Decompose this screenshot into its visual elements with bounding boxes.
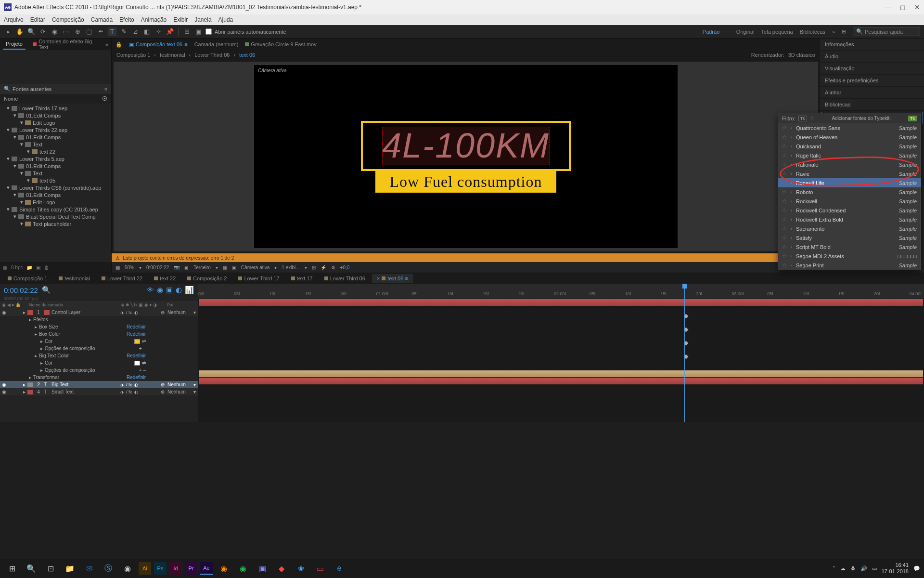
- font-option[interactable]: ☆›RationaleSample: [778, 160, 921, 169]
- guides-icon[interactable]: ▣: [232, 265, 236, 270]
- menu-janela[interactable]: Janela: [194, 16, 211, 23]
- snap-icon[interactable]: ▣: [194, 27, 203, 36]
- new-comp-icon[interactable]: ▣: [36, 265, 40, 270]
- timeline-layer-row[interactable]: ▸Cor⇄: [0, 359, 198, 367]
- workspace-default[interactable]: Padrão: [703, 29, 719, 35]
- timeline-tab[interactable]: × text 06 ≡: [372, 274, 413, 283]
- workspace-libraries[interactable]: Bibliotecas: [800, 29, 825, 35]
- tree-item[interactable]: ▾01.Edit Comps: [0, 133, 111, 141]
- tree-item[interactable]: ▾text 05: [0, 177, 111, 184]
- expression-error-bar[interactable]: ⚠ Este projeto contém erros de expressão…: [112, 253, 820, 262]
- tray-volume-icon[interactable]: 🔊: [860, 565, 867, 572]
- star-icon[interactable]: ☆: [782, 198, 787, 204]
- current-time[interactable]: 0:00:02:22: [4, 286, 38, 294]
- star-icon[interactable]: ☆: [782, 235, 787, 241]
- eraser-tool[interactable]: ◧: [142, 27, 151, 36]
- notification-icon[interactable]: 💬: [913, 565, 920, 572]
- tree-item[interactable]: ▾Text placeholder: [0, 220, 111, 227]
- font-option[interactable]: ☆›QuicksandSample: [778, 142, 921, 151]
- tree-item[interactable]: ▾Text: [0, 141, 111, 148]
- illustrator-icon[interactable]: Ai: [139, 562, 151, 575]
- type-tool[interactable]: T: [108, 27, 116, 36]
- tree-item[interactable]: ▾Lower Thirds 5.aep: [0, 155, 111, 162]
- crumb-0[interactable]: Composição 1: [116, 52, 150, 58]
- tree-item[interactable]: ▾Blast Special Deal Text Comp: [0, 213, 111, 220]
- draft3d-icon[interactable]: ◉: [157, 286, 163, 294]
- local-axis-icon[interactable]: ⊞: [182, 27, 191, 36]
- crumb-1[interactable]: testimonial: [160, 52, 185, 58]
- timeline-layer-row[interactable]: ▸Box SizeRedefinir: [0, 323, 198, 330]
- tree-item[interactable]: ▾Lower Thirds 22.aep: [0, 126, 111, 133]
- timeline-tab[interactable]: Lower Third 06: [320, 274, 370, 283]
- tree-item[interactable]: ▾Edit Logo: [0, 119, 111, 126]
- camera-tool[interactable]: ▭: [62, 27, 70, 36]
- snapshot-icon[interactable]: 📷: [174, 265, 180, 270]
- big-text[interactable]: 4L-100KM: [363, 123, 569, 169]
- column-name[interactable]: Nome: [4, 96, 18, 102]
- layer-bar-2[interactable]: [199, 370, 923, 377]
- timeline-layer-row[interactable]: ▸Opções de composição+ –: [0, 367, 198, 374]
- workspace-menu-icon[interactable]: ≡: [726, 29, 729, 35]
- time-ruler[interactable]: 00f05f10f15f20f01:00f05f10f15f20f02:00f0…: [198, 284, 924, 299]
- tray-lang-icon[interactable]: ▭: [872, 565, 877, 572]
- timeline-layer-row[interactable]: ▸Box ColorRedefinir: [0, 330, 198, 338]
- clone-tool[interactable]: ⊿: [131, 27, 140, 36]
- blender-icon[interactable]: ◉: [216, 561, 232, 576]
- sync-icon[interactable]: ⊞: [842, 28, 846, 35]
- close-icon[interactable]: ×: [104, 86, 107, 92]
- skype-icon[interactable]: Ⓢ: [100, 561, 116, 576]
- viewport[interactable]: Câmera ativa 4L-100KM Low Fuel consumpti…: [114, 62, 818, 251]
- timeline-layer-row[interactable]: ◉ ▸4TSmall Text⬗ / fx ◐⊚Nenhum▾: [0, 388, 198, 395]
- panel-preview[interactable]: Visualização: [820, 63, 924, 75]
- minimize-button[interactable]: —: [885, 3, 891, 11]
- fast-preview-icon[interactable]: ⚡: [321, 265, 326, 270]
- star-icon[interactable]: ☆: [782, 225, 787, 232]
- chrome-icon[interactable]: ◉: [119, 561, 136, 576]
- views-dropdown[interactable]: 1 exibi...: [282, 265, 299, 270]
- frame-blend-icon[interactable]: ▣: [166, 286, 173, 294]
- star-icon[interactable]: ☆: [782, 189, 787, 195]
- selection-tool[interactable]: ▸: [4, 27, 13, 36]
- show-icon[interactable]: ◉: [184, 265, 189, 270]
- star-icon[interactable]: ☆: [782, 125, 787, 131]
- star-icon[interactable]: ☆: [782, 161, 787, 168]
- font-option[interactable]: ☆›Rage ItalicSample: [778, 151, 921, 160]
- star-icon[interactable]: ☆: [782, 180, 787, 186]
- workspace-small[interactable]: Tela pequena: [761, 29, 793, 35]
- gear-icon[interactable]: ⚙: [331, 265, 335, 270]
- timeline-tab[interactable]: text 17: [286, 274, 318, 283]
- font-option[interactable]: ☆›RobotoSample: [778, 187, 921, 197]
- font-option[interactable]: ☆›Quattrocento SansSample: [778, 123, 921, 132]
- clock[interactable]: 16:41 17-01-2018: [882, 562, 909, 575]
- spotify-icon[interactable]: ◉: [235, 561, 251, 576]
- app-icon[interactable]: ◆: [273, 561, 290, 576]
- timeline-tracks[interactable]: 00f05f10f15f20f01:00f05f10f15f20f02:00f0…: [198, 284, 924, 422]
- font-option[interactable]: ☆›Rockwell CondensedSample: [778, 206, 921, 215]
- font-option[interactable]: ☆›RockwellSample: [778, 197, 921, 206]
- zoom-dropdown[interactable]: 50%: [125, 265, 134, 270]
- tray-cloud-icon[interactable]: ☁: [840, 565, 846, 572]
- graph-icon[interactable]: 📊: [185, 286, 194, 294]
- menu-editar[interactable]: Editar: [30, 16, 45, 23]
- star-icon[interactable]: ☆: [782, 207, 787, 213]
- start-button[interactable]: ⊞: [4, 561, 20, 576]
- timeline-tab[interactable]: Lower Third 22: [97, 274, 147, 283]
- timeline-tab[interactable]: Composição 1: [3, 274, 52, 283]
- star-icon[interactable]: ☆: [782, 262, 787, 268]
- pixel-icon[interactable]: ⊞: [312, 265, 316, 270]
- tree-item[interactable]: ▾Simple Titles copy (CC 2013).aep: [0, 206, 111, 213]
- font-option[interactable]: ☆›RavieSample: [778, 169, 921, 178]
- brush-tool[interactable]: ✎: [119, 27, 128, 36]
- panel-libraries[interactable]: Bibliotecas: [820, 99, 924, 111]
- tab-composition[interactable]: ▣Composição text 06≡: [129, 41, 188, 48]
- star-icon[interactable]: ☆: [782, 171, 787, 177]
- timeline-layer-row[interactable]: ▸Big Text ColorRedefinir: [0, 352, 198, 359]
- exposure-value[interactable]: +0,0: [340, 265, 350, 270]
- camera-dropdown[interactable]: Câmera ativa: [241, 265, 270, 270]
- typekit-add-icon[interactable]: Tk: [908, 116, 917, 121]
- overflow-icon[interactable]: »: [832, 29, 835, 35]
- rotate-tool[interactable]: ◉: [50, 27, 59, 36]
- menu-camada[interactable]: Camada: [91, 16, 113, 23]
- crumb-2[interactable]: Lower Third 06: [194, 52, 230, 58]
- timeline-layer-row[interactable]: ▸TransformarRedefinir: [0, 374, 198, 381]
